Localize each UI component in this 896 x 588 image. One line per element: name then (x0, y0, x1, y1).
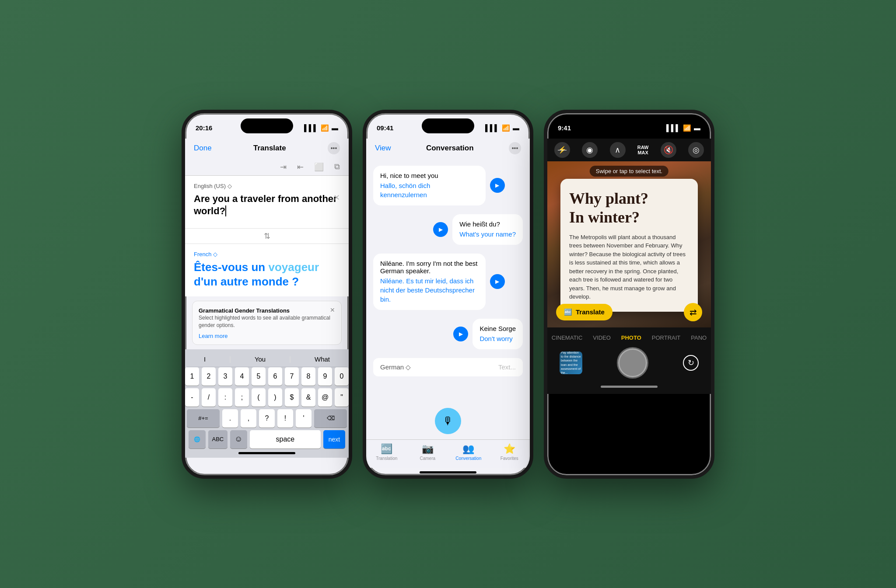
play-btn-4[interactable]: ▶ (453, 327, 468, 341)
kbd-next[interactable]: next (323, 430, 345, 449)
tab-translation[interactable]: 🔤 Translation (366, 443, 407, 461)
learn-more-link[interactable]: Learn more (199, 333, 335, 339)
kbd-exclaim[interactable]: ! (277, 409, 293, 428)
play-btn-1[interactable]: ▶ (490, 178, 505, 193)
camera-shutter-row: Pay attention to the distance between th… (547, 347, 711, 379)
mode-portrait[interactable]: PORTRAIT (652, 334, 681, 341)
live-photo-button[interactable]: ◉ (582, 142, 598, 158)
camera-flip-button[interactable]: ⇄ (684, 303, 702, 321)
mode-photo[interactable]: PHOTO (621, 334, 641, 341)
play-btn-2[interactable]: ▶ (433, 222, 448, 237)
output-text-after: d'un autre monde ? (194, 275, 299, 288)
suggestion-3[interactable]: What (315, 355, 330, 363)
kbd-question[interactable]: ? (259, 409, 275, 428)
kbd-globe[interactable]: 🌐 (189, 430, 206, 449)
toolbar-icon-1[interactable]: ⇥ (280, 162, 287, 172)
camera-rotate-button[interactable]: ↻ (683, 355, 699, 371)
kbd-semicolon[interactable]: ; (235, 388, 249, 407)
max-label: MAX (637, 150, 648, 155)
focus-button[interactable]: ∧ (610, 142, 626, 158)
suggestion-2[interactable]: You (255, 355, 266, 363)
target-lang-selector[interactable]: French ◇ (194, 251, 340, 257)
toolbar-icon-2[interactable]: ⇤ (297, 162, 304, 172)
flash-off-button[interactable]: ⚡ (554, 142, 570, 158)
suggestion-1[interactable]: I (204, 355, 206, 363)
kbd-5[interactable]: 5 (252, 367, 266, 386)
kbd-period[interactable]: . (222, 409, 238, 428)
live-photo-icon: ◉ (586, 145, 593, 155)
swap-row: ⇅ (185, 228, 349, 244)
kbd-0[interactable]: 0 (335, 367, 349, 386)
toolbar-icon-4[interactable]: ⧉ (334, 162, 340, 172)
kbd-row-bottom: 🌐 ABC ☺ space next (187, 430, 347, 449)
status-icons-2: ▌▌▌ 📶 ▬ (485, 124, 519, 132)
kbd-dash[interactable]: - (185, 388, 199, 407)
conv-lang-label[interactable]: German ◇ (380, 363, 411, 371)
conv-text-input[interactable]: Text... (498, 363, 516, 371)
kbd-7[interactable]: 7 (285, 367, 299, 386)
kbd-comma[interactable]: , (241, 409, 256, 428)
more-button-2[interactable]: ••• (509, 142, 521, 154)
tab-favorites[interactable]: ⭐ Favorites (489, 443, 530, 461)
time-3: 9:41 (558, 124, 571, 132)
live-button[interactable]: ◎ (688, 142, 704, 158)
kbd-openparen[interactable]: ( (252, 388, 266, 407)
raw-label: RAW (637, 145, 649, 150)
kbd-emoji[interactable]: ☺ (230, 430, 247, 449)
more-button-1[interactable]: ••• (328, 142, 340, 154)
kbd-6[interactable]: 6 (268, 367, 282, 386)
tab-camera[interactable]: 📷 Camera (407, 443, 448, 461)
kbd-slash[interactable]: / (202, 388, 216, 407)
source-text[interactable]: Are you a traveler from another world? (194, 193, 340, 218)
card-body: The Metropolis will plant about a thousa… (569, 233, 689, 301)
kbd-8[interactable]: 8 (301, 367, 315, 386)
camera-thumbnail[interactable]: Pay attention to the distance between th… (560, 351, 582, 374)
camera-controls: CINEMATIC VIDEO PHOTO PORTRAIT PANO Pay … (547, 327, 711, 394)
kbd-1[interactable]: 1 (185, 367, 199, 386)
swap-icon[interactable]: ⇅ (264, 231, 270, 241)
kbd-quote[interactable]: " (335, 388, 349, 407)
audio-mute-button[interactable]: 🔇 (661, 142, 676, 158)
mic-row: 🎙 (366, 403, 530, 439)
kbd-colon[interactable]: : (218, 388, 232, 407)
kbd-9[interactable]: 9 (318, 367, 332, 386)
mode-pano[interactable]: PANO (691, 334, 707, 341)
kbd-space[interactable]: space (250, 430, 321, 449)
kbd-ampersand[interactable]: & (301, 388, 315, 407)
battery-icon-3: ▬ (694, 124, 700, 132)
kbd-3[interactable]: 3 (218, 367, 232, 386)
shutter-button[interactable] (617, 347, 648, 379)
kbd-closeparen[interactable]: ) (268, 388, 282, 407)
message-row-2: ▶ Wie heißt du? What's your name? (373, 214, 523, 245)
kbd-at[interactable]: @ (318, 388, 332, 407)
view-button[interactable]: View (375, 144, 391, 153)
done-button[interactable]: Done (194, 144, 212, 153)
mode-cinematic[interactable]: CINEMATIC (552, 334, 583, 341)
kbd-abc[interactable]: ABC (208, 430, 228, 449)
play-btn-3[interactable]: ▶ (490, 274, 505, 289)
kbd-2[interactable]: 2 (202, 367, 216, 386)
phone-conversation: 09:41 ▌▌▌ 📶 ▬ View Conversation ••• (363, 110, 533, 479)
kbd-apostrophe[interactable]: ' (296, 409, 312, 428)
lang-input-row[interactable]: German ◇ Text... (373, 358, 523, 376)
kbd-more-symbols[interactable]: #+= (187, 409, 220, 428)
tab-translation-label: Translation (376, 456, 397, 461)
translate-input-area[interactable]: English (US) ◇ Are you a traveler from a… (185, 176, 349, 228)
toolbar-icon-3[interactable]: ⬜ (314, 162, 324, 172)
mic-button[interactable]: 🎙 (435, 408, 461, 434)
kbd-dollar[interactable]: $ (285, 388, 299, 407)
grammar-card: Grammatical Gender Translations ✕ Select… (192, 301, 342, 345)
source-lang-selector[interactable]: English (US) ◇ (194, 183, 340, 189)
msg4-en: Keine Sorge (480, 325, 516, 332)
clear-button[interactable]: ✕ (333, 193, 340, 202)
tab-conversation[interactable]: 👥 Conversation (448, 443, 489, 461)
grammar-close-btn[interactable]: ✕ (330, 306, 335, 313)
translate-title: Translate (253, 144, 286, 153)
kbd-4[interactable]: 4 (235, 367, 249, 386)
kbd-backspace[interactable]: ⌫ (314, 409, 347, 428)
camera-translate-button[interactable]: 🔤 Translate (556, 304, 612, 320)
translate-nav: Done Translate ••• (185, 139, 349, 159)
keyboard: I | You | What 1 2 3 4 5 6 7 8 9 (185, 349, 349, 458)
mode-video[interactable]: VIDEO (593, 334, 610, 341)
card-title: Why plant?In winter? (569, 189, 689, 227)
